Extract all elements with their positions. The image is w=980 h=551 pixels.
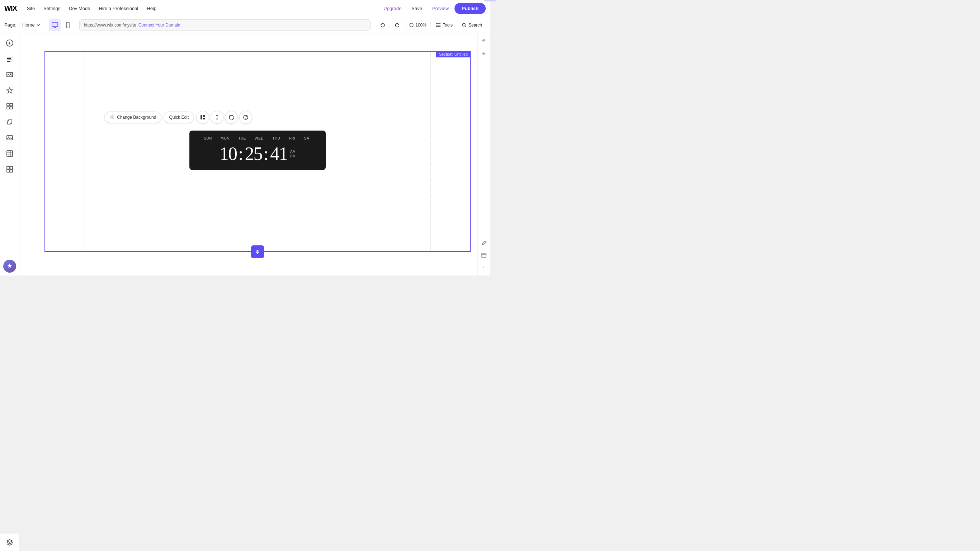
more-icon: [481, 265, 487, 270]
canvas-background: Section: Untitled Change Background Quic…: [19, 33, 477, 276]
desktop-device-button[interactable]: [49, 19, 60, 31]
zoom-icon: [409, 22, 414, 28]
sidebar-grid-button[interactable]: [3, 162, 17, 177]
tools-button[interactable]: Tools: [432, 21, 456, 29]
quick-edit-label: Quick Edit: [169, 115, 189, 120]
page-name: Home: [22, 22, 35, 28]
svg-rect-8: [7, 59, 12, 60]
crop-icon-button[interactable]: [225, 111, 238, 124]
svg-rect-20: [7, 170, 10, 172]
svg-rect-21: [10, 170, 13, 172]
undo-button[interactable]: [376, 21, 389, 29]
section-panel-button[interactable]: [479, 250, 489, 260]
tools-icon: [436, 22, 441, 28]
nav-help[interactable]: Help: [142, 0, 161, 17]
left-sidebar: [0, 33, 19, 276]
svg-point-4: [462, 23, 465, 26]
connect-domain-link[interactable]: Connect Your Domain: [138, 22, 180, 28]
day-sun: SUN: [204, 136, 212, 140]
arrow-down-icon: [481, 51, 487, 56]
url-text: https://www.wix.com/mysite: [84, 22, 136, 28]
svg-point-32: [484, 267, 484, 268]
svg-point-23: [111, 116, 113, 118]
apps-icon: [6, 102, 14, 110]
zoom-level: 100%: [415, 22, 426, 28]
sidebar-puzzle-button[interactable]: [3, 115, 17, 129]
svg-rect-14: [10, 107, 13, 109]
canvas-area: Section: Untitled Change Background Quic…: [19, 33, 490, 276]
mobile-device-button[interactable]: [62, 19, 73, 31]
nav-right-actions: Upgrade Save Preview Publish: [379, 3, 486, 14]
svg-rect-18: [7, 166, 10, 169]
upgrade-button[interactable]: Upgrade: [379, 6, 406, 11]
redo-button[interactable]: [391, 21, 404, 29]
nav-devmode[interactable]: Dev Mode: [65, 0, 94, 17]
help-icon: [243, 115, 248, 120]
sidebar-table-button[interactable]: [3, 147, 17, 161]
section-resize-handle[interactable]: [251, 245, 264, 258]
publish-button[interactable]: Publish: [455, 3, 486, 14]
nav-site[interactable]: Site: [22, 0, 39, 17]
clock-time-display: 10 : 25 : 41 AM PM: [199, 143, 316, 164]
change-background-button[interactable]: Change Background: [104, 111, 161, 123]
zoom-control[interactable]: 100%: [405, 21, 430, 29]
crop-icon: [229, 115, 234, 120]
puzzle-icon: [6, 118, 14, 126]
svg-point-3: [410, 23, 413, 27]
sidebar-image-button[interactable]: [3, 131, 17, 145]
sidebar-media-button[interactable]: [3, 67, 17, 82]
svg-rect-9: [7, 61, 10, 62]
edit-section-button[interactable]: [479, 238, 489, 248]
sidebar-add-button[interactable]: [3, 36, 17, 50]
page-selector[interactable]: Home: [19, 21, 43, 29]
sidebar-apps-button[interactable]: [3, 99, 17, 113]
nav-hire[interactable]: Hire a Professional: [94, 0, 142, 17]
selected-section[interactable]: Section: Untitled Change Background Quic…: [45, 51, 471, 252]
save-button[interactable]: Save: [407, 6, 426, 11]
svg-rect-7: [7, 58, 11, 59]
svg-rect-26: [203, 118, 205, 119]
search-button[interactable]: Search: [458, 21, 486, 29]
svg-rect-30: [482, 253, 486, 258]
mobile-icon: [64, 22, 72, 29]
clock-widget: SUN MON TUE WED THU FRI SAT 10 : 25 : 41: [189, 131, 326, 170]
help-icon-button[interactable]: [239, 111, 252, 124]
chevron-down-icon: [36, 23, 41, 27]
undo-icon: [380, 22, 386, 28]
sidebar-text-button[interactable]: [3, 52, 17, 66]
top-navigation: WIX Site Settings Dev Mode Hire a Profes…: [0, 0, 490, 17]
media-icon: [6, 71, 14, 78]
section-down-button[interactable]: [479, 48, 489, 58]
clock-ampm: AM PM: [290, 150, 296, 158]
change-background-label: Change Background: [117, 115, 156, 120]
svg-point-10: [10, 73, 11, 75]
redo-icon: [394, 22, 400, 28]
quick-edit-button[interactable]: Quick Edit: [164, 111, 194, 123]
wix-logo[interactable]: WIX: [4, 4, 17, 13]
svg-point-31: [484, 266, 484, 266]
layout-icon-button[interactable]: [196, 111, 209, 124]
ai-assistant-button[interactable]: [3, 260, 16, 272]
svg-rect-24: [200, 115, 202, 119]
top-popup: [484, 0, 490, 2]
url-bar: https://www.wix.com/mysite Connect Your …: [79, 19, 371, 31]
table-icon: [6, 150, 14, 158]
section-label: Section: Untitled: [436, 51, 471, 57]
clock-am: AM: [290, 150, 296, 153]
svg-rect-27: [229, 116, 233, 119]
svg-rect-11: [7, 104, 10, 106]
sidebar-theme-button[interactable]: [3, 83, 17, 97]
background-icon: [110, 115, 115, 120]
svg-point-33: [484, 269, 484, 269]
day-sat: SAT: [304, 136, 311, 140]
svg-rect-25: [203, 115, 205, 117]
arrange-icon-button[interactable]: [210, 111, 223, 124]
clock-colon-1: :: [237, 143, 245, 164]
more-options-button[interactable]: [479, 263, 489, 272]
search-icon: [461, 22, 467, 28]
preview-button[interactable]: Preview: [428, 6, 453, 11]
section-up-button[interactable]: [479, 36, 489, 46]
nav-settings[interactable]: Settings: [39, 0, 65, 17]
theme-icon: [6, 86, 14, 94]
pencil-icon: [481, 241, 487, 246]
